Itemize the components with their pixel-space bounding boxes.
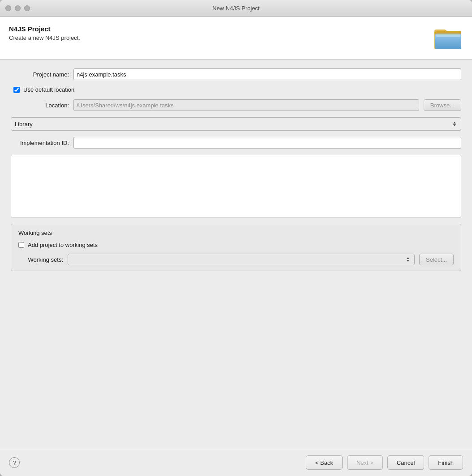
back-button[interactable]: < Back [306,455,343,470]
use-default-location-checkbox[interactable] [13,87,20,93]
help-icon: ? [13,459,16,466]
header-text: N4JS Project Create a new N4JS project. [9,25,80,41]
implementation-id-label: Implementation ID: [11,140,69,146]
help-button[interactable]: ? [9,457,20,468]
finish-button[interactable]: Finish [429,455,463,470]
maximize-button[interactable] [24,5,30,11]
content-text-area [11,155,461,217]
library-dropdown-wrapper: Library [11,117,461,131]
select-button[interactable]: Select... [419,254,454,265]
footer: ? < Back Next > Cancel Finish [0,449,472,476]
add-working-sets-checkbox[interactable] [18,242,24,248]
working-sets-select[interactable] [68,254,415,265]
title-bar: New N4JS Project [0,0,472,17]
browse-button[interactable]: Browse... [424,99,461,111]
next-button[interactable]: Next > [347,455,383,470]
library-dropdown[interactable]: Library [11,117,461,131]
page-subtitle: Create a new N4JS project. [9,34,80,41]
working-sets-title: Working sets [18,230,454,236]
add-working-sets-row: Add project to working sets [18,242,454,248]
working-sets-label: Working sets: [18,256,63,263]
main-content: Project name: Use default location Locat… [0,60,472,449]
location-row: Location: Browse... [11,99,461,111]
location-input [73,99,419,111]
use-default-location-label: Use default location [23,86,74,93]
header-section: N4JS Project Create a new N4JS project. [0,17,472,60]
add-working-sets-label: Add project to working sets [28,242,98,248]
page-title: N4JS Project [9,25,80,33]
project-name-row: Project name: [11,68,461,80]
working-sets-select-row: Working sets: Select... [18,254,454,265]
implementation-id-input[interactable] [73,137,461,149]
working-sets-section: Working sets Add project to working sets… [11,224,461,271]
minimize-button[interactable] [15,5,21,11]
svg-rect-4 [434,31,461,34]
window-controls [5,5,30,11]
main-window: New N4JS Project N4JS Project Create a n… [0,0,472,476]
use-default-location-row: Use default location [11,86,461,93]
window-title: New N4JS Project [212,5,259,12]
folder-icon [434,25,463,51]
cancel-button[interactable]: Cancel [387,455,424,470]
project-name-input[interactable] [73,68,461,80]
location-label: Location: [11,102,69,109]
project-name-label: Project name: [11,71,69,78]
close-button[interactable] [5,5,11,11]
implementation-id-row: Implementation ID: [11,137,461,149]
